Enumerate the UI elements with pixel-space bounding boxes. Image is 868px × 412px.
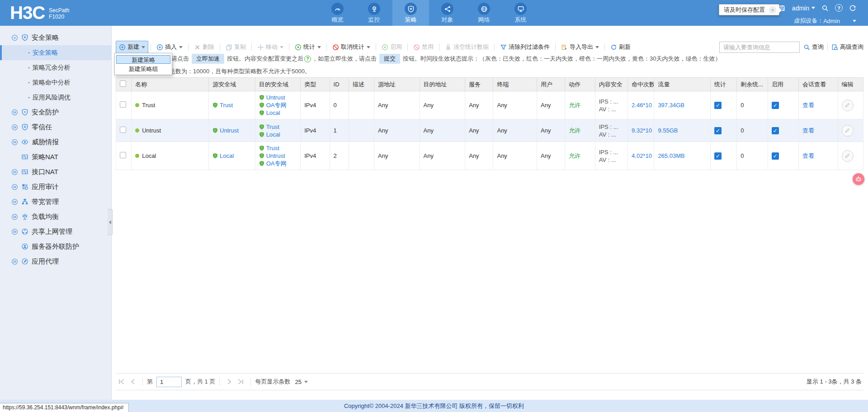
sidebar-item-bandwidth[interactable]: 带宽管理 bbox=[0, 194, 111, 209]
zone-link[interactable]: OA专网 bbox=[266, 101, 287, 109]
sidebar-item-threat-intel[interactable]: 威胁情报 bbox=[0, 135, 111, 150]
traffic-link[interactable]: 265.03MB bbox=[658, 152, 684, 159]
first-page-icon[interactable] bbox=[118, 379, 125, 384]
column-header[interactable]: 编辑 bbox=[838, 78, 863, 91]
sidebar-item-server-outreach[interactable]: 服务器外联防护 bbox=[0, 239, 111, 254]
edit-button[interactable] bbox=[842, 99, 854, 111]
per-page-select[interactable]: 25 bbox=[295, 379, 301, 385]
column-header[interactable]: ID bbox=[330, 78, 349, 91]
column-header[interactable]: 类型 bbox=[301, 78, 330, 91]
sidebar-item-policy-redundancy[interactable]: 策略冗余分析 bbox=[0, 60, 111, 75]
column-header[interactable]: 目的安全域 bbox=[255, 78, 301, 91]
sidebar-item-load-balance[interactable]: 负载均衡 bbox=[0, 209, 111, 224]
last-page-icon[interactable] bbox=[237, 379, 244, 384]
session-view-link[interactable]: 查看 bbox=[802, 127, 814, 134]
zone-link[interactable]: Untrust bbox=[220, 127, 239, 134]
zone-link[interactable]: Local bbox=[266, 131, 280, 138]
session-view-link[interactable]: 查看 bbox=[802, 102, 814, 109]
query-button[interactable]: 查询 bbox=[803, 43, 824, 51]
nav-tab-network[interactable]: 网络 bbox=[466, 0, 502, 26]
advanced-query-button[interactable]: 高级查询 bbox=[831, 43, 863, 51]
edit-button[interactable] bbox=[842, 150, 854, 162]
toolbar-cancel-stats-button[interactable]: 取消统计 bbox=[329, 41, 373, 53]
stats-checkbox[interactable] bbox=[714, 152, 722, 160]
user-menu[interactable]: admin bbox=[792, 5, 815, 12]
sidebar-item-policy-nat[interactable]: 策略NAT bbox=[0, 150, 111, 165]
zone-link[interactable]: Untrust bbox=[266, 94, 285, 101]
sidebar-item-interface-nat[interactable]: 接口NAT bbox=[0, 165, 111, 180]
next-page-icon[interactable] bbox=[226, 379, 232, 384]
column-header[interactable]: 启用 bbox=[768, 78, 798, 91]
hit-count-link[interactable]: 2.46*10 bbox=[632, 102, 652, 109]
sidebar-item-app-audit[interactable]: 应用审计 bbox=[0, 180, 111, 194]
nav-tab-monitor[interactable]: 监控 bbox=[356, 0, 392, 26]
hit-count-link[interactable]: 4.02*10 bbox=[632, 152, 652, 159]
ai-assistant-button[interactable] bbox=[853, 173, 864, 185]
row-checkbox[interactable] bbox=[120, 152, 126, 158]
column-header[interactable]: 用户 bbox=[537, 78, 565, 91]
column-header[interactable]: 流量 bbox=[654, 78, 711, 91]
enable-checkbox[interactable] bbox=[772, 127, 779, 134]
logout-icon[interactable] bbox=[849, 5, 856, 12]
search-icon[interactable] bbox=[821, 5, 829, 12]
zone-link[interactable]: Trust bbox=[220, 101, 233, 109]
zone-link[interactable]: Local bbox=[220, 152, 234, 160]
sidebar-item-policy-hit[interactable]: 策略命中分析 bbox=[0, 75, 111, 90]
menu-item-new-policy-group[interactable]: 新建策略组 bbox=[116, 64, 170, 73]
column-header[interactable]: 统计 bbox=[711, 78, 737, 91]
row-checkbox[interactable] bbox=[120, 101, 126, 108]
nav-tab-overview[interactable]: 概览 bbox=[319, 0, 356, 26]
nav-tab-policy[interactable]: 策略 bbox=[392, 0, 429, 26]
hit-count-link[interactable]: 9.32*10 bbox=[632, 127, 652, 134]
row-checkbox[interactable] bbox=[120, 127, 126, 133]
column-header[interactable]: 描述 bbox=[349, 78, 374, 91]
sidebar-item-security-policy-sub[interactable]: 安全策略 bbox=[0, 45, 111, 60]
column-header[interactable]: 会话查看 bbox=[799, 78, 838, 91]
zone-link[interactable]: Trust bbox=[266, 144, 279, 152]
toolbar-stats-button[interactable]: 统计 bbox=[292, 41, 324, 53]
help-icon[interactable] bbox=[835, 4, 843, 12]
nav-tab-objects[interactable]: 对象 bbox=[429, 0, 466, 26]
column-header[interactable]: 源地址 bbox=[374, 78, 420, 91]
session-view-link[interactable]: 查看 bbox=[802, 152, 814, 159]
column-header[interactable]: 名称 bbox=[132, 78, 209, 91]
submit-button[interactable]: 提交 bbox=[379, 54, 400, 64]
column-header[interactable]: 终端 bbox=[493, 78, 537, 91]
menu-item-new-policy[interactable]: 新建策略 bbox=[116, 55, 170, 64]
column-header[interactable]: 动作 bbox=[565, 78, 595, 91]
enable-checkbox[interactable] bbox=[772, 152, 779, 160]
column-header[interactable]: 目的地址 bbox=[420, 78, 465, 91]
virtual-device-selector[interactable]: 虚拟设备： Admin bbox=[794, 17, 856, 25]
page-number-input[interactable] bbox=[156, 377, 182, 387]
stats-checkbox[interactable] bbox=[714, 102, 722, 109]
accelerate-now-button[interactable]: 立即加速 bbox=[192, 54, 224, 64]
sidebar-item-app-risk-tuning[interactable]: 应用风险调优 bbox=[0, 90, 111, 105]
toolbar-new-button[interactable]: 新建 bbox=[116, 41, 148, 53]
column-header[interactable]: 剩余统... bbox=[737, 78, 768, 91]
sidebar-item-security-defense[interactable]: 安全防护 bbox=[0, 105, 111, 120]
prev-page-icon[interactable] bbox=[130, 379, 136, 384]
zone-link[interactable]: Trust bbox=[266, 123, 279, 131]
sidebar-item-zero-trust[interactable]: 零信任 bbox=[0, 120, 111, 135]
nav-tab-system[interactable]: 系统 bbox=[502, 0, 539, 26]
column-header[interactable]: 命中次数 bbox=[628, 78, 654, 91]
toolbar-refresh-button[interactable]: 刷新 bbox=[607, 41, 634, 53]
sidebar-item-security-policy[interactable]: 安全策略 bbox=[0, 30, 111, 45]
column-header[interactable]: 服务 bbox=[465, 78, 493, 91]
zone-link[interactable]: Local bbox=[266, 109, 280, 117]
toolbar-clear-column-filter-button[interactable]: 清除列过滤条件 bbox=[497, 41, 553, 53]
traffic-link[interactable]: 397.34GB bbox=[658, 102, 684, 109]
toolbar-insert-button[interactable]: 插入 bbox=[153, 41, 186, 53]
select-all-checkbox[interactable] bbox=[120, 81, 126, 87]
stats-checkbox[interactable] bbox=[714, 127, 722, 134]
tooltip-close-icon[interactable] bbox=[769, 6, 776, 14]
search-input[interactable] bbox=[719, 42, 800, 53]
chevron-down-icon[interactable] bbox=[304, 381, 308, 383]
sidebar-collapse-handle[interactable] bbox=[108, 209, 113, 235]
traffic-link[interactable]: 9.55GB bbox=[658, 127, 678, 134]
sidebar-item-shared-internet[interactable]: 共享上网管理 bbox=[0, 224, 111, 239]
column-header[interactable]: 内容安全 bbox=[595, 78, 627, 91]
enable-checkbox[interactable] bbox=[772, 102, 779, 109]
zone-link[interactable]: OA专网 bbox=[266, 160, 287, 167]
column-header[interactable]: 源安全域 bbox=[209, 78, 255, 91]
